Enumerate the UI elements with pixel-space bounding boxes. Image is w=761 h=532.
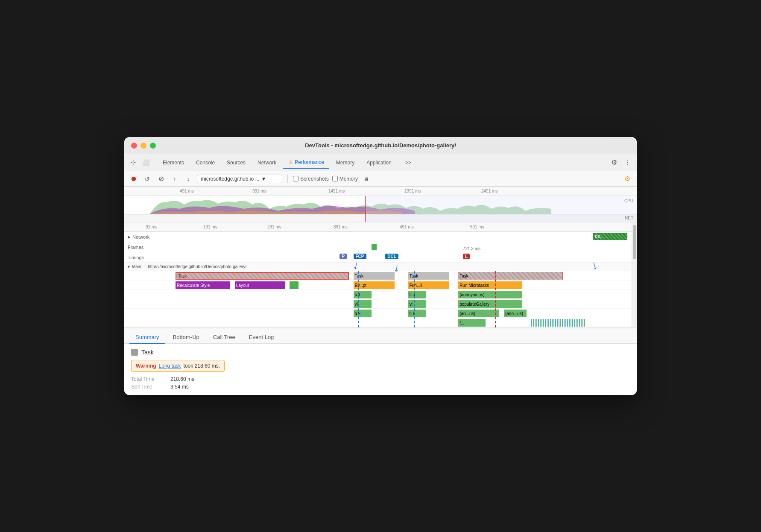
tab-summary[interactable]: Summary — [129, 331, 165, 344]
refresh-record-button[interactable]: ↺ — [142, 174, 152, 184]
main-flame-area: 91 ms 191 ms 291 ms 391 ms 491 ms 591 ms… — [124, 222, 637, 327]
tif-bar-2[interactable]: ti.F — [408, 310, 427, 317]
task-bar-1[interactable]: Task — [176, 272, 349, 280]
tab-memory[interactable]: Memory — [331, 157, 360, 168]
flame-row-2-content: Recalculate Style Layout Ev...pt Fun...l… — [176, 281, 632, 289]
populate-gallery-bar[interactable]: populateGallery — [458, 300, 522, 308]
more-options-icon[interactable]: ⋮ — [621, 156, 633, 169]
tij-bar-1[interactable]: ti.J — [354, 291, 372, 298]
devtools-window: DevTools - microsoftedge.github.io/Demos… — [124, 137, 637, 395]
cpu-label: CPU — [624, 199, 633, 203]
timing-l-badge: L — [463, 254, 470, 259]
maximize-button[interactable] — [150, 143, 156, 149]
timeline-overview: 491 ms 991 ms 1491 ms 1991 ms 2491 ms — [124, 187, 637, 222]
tab-call-tree[interactable]: Call Tree — [207, 331, 241, 344]
ruler-mark-1991: 1991 ms — [404, 189, 421, 193]
flame-row-2-spacer — [124, 281, 176, 289]
self-time-label: Self Time — [131, 384, 165, 390]
tab-event-log[interactable]: Event Log — [243, 331, 280, 344]
inspect-element-icon[interactable]: ⊹ — [128, 158, 138, 168]
bottom-ruler: 91 ms 191 ms 291 ms 391 ms 491 ms 591 ms — [124, 222, 632, 232]
task-label: Task — [141, 349, 154, 356]
total-time-value: 218.60 ms — [170, 376, 194, 382]
tab-elements[interactable]: Elements — [158, 157, 189, 168]
minimize-button[interactable] — [140, 143, 146, 149]
summary-task-title: Task — [131, 349, 630, 356]
tab-application[interactable]: Application — [361, 157, 397, 168]
scrollbar-thumb — [633, 225, 636, 259]
function-bar[interactable]: Fun...ll — [408, 281, 449, 289]
task-bar-2[interactable]: Task — [354, 272, 395, 280]
timings-track-label: Timings — [124, 255, 176, 260]
task-bar-4[interactable]: Task — [458, 272, 563, 280]
tab-network[interactable]: Network — [252, 157, 281, 168]
network-track-label: ▶ Network — [124, 234, 176, 240]
memory-checkbox[interactable] — [332, 176, 338, 181]
vi-bar-2[interactable]: vi — [408, 300, 427, 308]
anus-bar-1[interactable]: (an...us) — [458, 310, 499, 317]
flame-row-6: f... — [124, 318, 632, 327]
flame-chart-main: 91 ms 191 ms 291 ms 391 ms 491 ms 591 ms… — [124, 222, 632, 327]
upload-button[interactable]: ↑ — [170, 174, 180, 184]
recalc-style-bar[interactable]: Recalculate Style — [176, 281, 230, 289]
flame-row-1-spacer — [124, 271, 176, 280]
tab-performance[interactable]: ⚠Performance — [283, 157, 329, 169]
net-label: NET — [625, 216, 633, 220]
tab-more-button[interactable]: >> — [400, 157, 416, 168]
tab-sources[interactable]: Sources — [222, 157, 251, 168]
tij-bar-2[interactable]: ti.J — [408, 291, 427, 298]
ruler-591ms: 591 ms — [470, 225, 484, 229]
flame-row-1-content: Task Task Task Task — [176, 271, 632, 280]
tab-bar: ⊹ ⬜ Elements Console Sources Network ⚠Pe… — [124, 154, 637, 171]
flame-row-4-spacer — [124, 299, 176, 308]
side-scrollbar[interactable] — [632, 222, 637, 327]
long-task-link[interactable]: Long task — [159, 363, 181, 369]
microtasks-bar[interactable]: Run Microtasks — [458, 281, 522, 289]
screenshots-checkbox[interactable] — [293, 176, 299, 181]
record-button[interactable]: ⏺ — [129, 174, 139, 184]
window-title: DevTools - microsoftedge.github.io/Demos… — [305, 142, 456, 149]
flame-row-4: vi vi populateGallery — [124, 299, 632, 309]
url-dropdown-icon[interactable]: ▼ — [261, 176, 266, 182]
vi-bar[interactable]: vi — [354, 300, 372, 308]
event-bar[interactable]: Ev...pt — [354, 281, 395, 289]
performance-toolbar: ⏺ ↺ ⊘ ↑ ↓ microsoftedge.github.io ... ▼ … — [124, 171, 637, 187]
timing-dcl-badge: DCL — [385, 254, 398, 259]
warning-box: Warning Long task took 218.60 ms. — [131, 360, 225, 372]
device-toolbar-icon[interactable]: ⬜ — [140, 158, 151, 168]
anous-bar-2[interactable]: (ano...us) — [504, 310, 527, 317]
task-bar-3[interactable]: Task — [408, 272, 449, 280]
ruler-mark-991: 991 ms — [252, 189, 266, 193]
ruler-291ms: 291 ms — [267, 225, 281, 229]
ruler-391ms: 391 ms — [334, 225, 348, 229]
tab-bottom-up[interactable]: Bottom-Up — [167, 331, 205, 344]
memory-checkbox-group: Memory — [332, 176, 358, 182]
network-ds-bar: DS... — [593, 233, 627, 240]
title-bar: DevTools - microsoftedge.github.io/Demos… — [124, 137, 637, 154]
close-button[interactable] — [131, 143, 137, 149]
cpu-net-chart: CPU NET — [124, 196, 637, 222]
self-time-value: 3.54 ms — [170, 384, 189, 390]
settings-gear-icon[interactable]: ⚙ — [609, 156, 620, 169]
expand-main-icon[interactable]: ▼ — [127, 265, 131, 269]
flame-chart-rows: Task Task Task Task — [124, 271, 632, 327]
clear-button[interactable]: ⊘ — [156, 174, 166, 184]
f-bar[interactable]: f... — [458, 319, 486, 327]
expand-network-icon[interactable]: ▶ — [128, 235, 131, 239]
ruler-191ms: 191 ms — [203, 225, 217, 229]
flame-row-5-spacer — [124, 309, 176, 318]
main-track-label: ▼ Main — https://microsoftedge.github.io… — [124, 264, 246, 269]
timings-track-content: P FCP DCL L 721.3 ms — [176, 252, 632, 262]
timings-track-row: Timings P FCP DCL L 721.3 ms — [124, 252, 632, 263]
anonymous-bar-1[interactable]: (anonymous) — [458, 291, 522, 298]
frames-track-content — [176, 242, 632, 252]
flame-row-6-content: f... — [176, 318, 632, 327]
download-button[interactable]: ↓ — [183, 174, 193, 184]
settings-icon[interactable]: ⚙ — [622, 174, 632, 184]
memory-icon[interactable]: 🖥 — [361, 174, 372, 184]
layout-bar[interactable]: Layout — [235, 281, 285, 289]
tab-console[interactable]: Console — [191, 157, 220, 168]
task-color-indicator — [131, 349, 138, 356]
tif-bar[interactable]: ti.F — [354, 310, 372, 317]
selection-start-line — [365, 196, 366, 222]
